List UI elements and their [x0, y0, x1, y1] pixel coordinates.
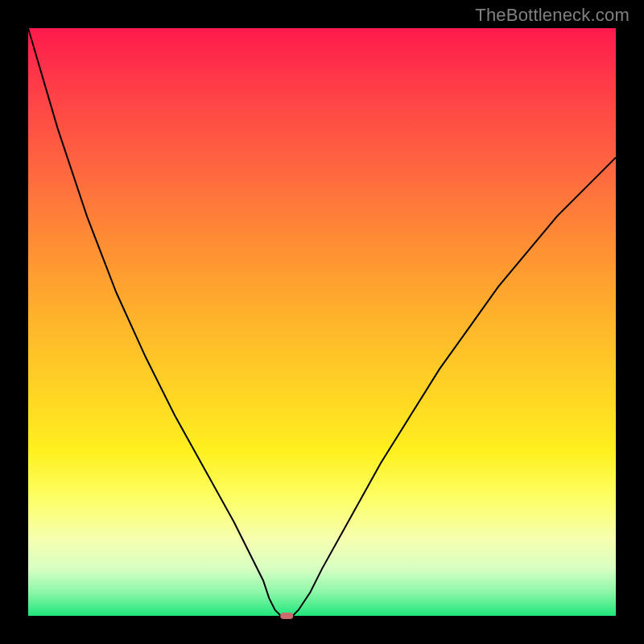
image-frame: TheBottleneck.com: [0, 0, 644, 644]
watermark-text: TheBottleneck.com: [475, 5, 630, 26]
plot-area: [28, 28, 616, 616]
bottleneck-curve: [28, 28, 616, 616]
minimum-marker: [280, 613, 293, 619]
chart-svg: [28, 28, 616, 616]
